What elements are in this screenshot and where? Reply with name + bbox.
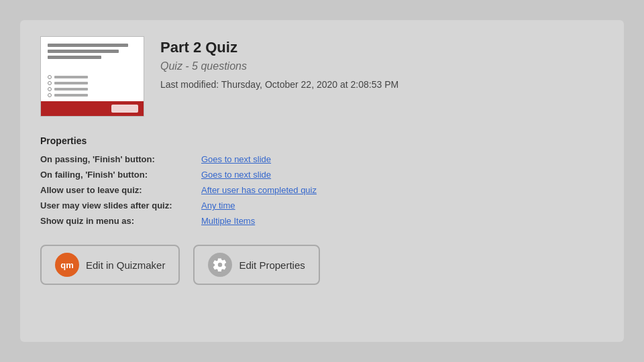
quizmaker-icon: qm bbox=[55, 253, 79, 277]
properties-section: Properties On passing, 'Finish' button:G… bbox=[40, 135, 604, 226]
property-label: Show quiz in menu as: bbox=[40, 216, 201, 226]
edit-properties-label: Edit Properties bbox=[239, 259, 305, 271]
property-value[interactable]: Multiple Items bbox=[201, 216, 604, 226]
property-label: On failing, 'Finish' button: bbox=[40, 170, 201, 180]
properties-table: On passing, 'Finish' button:Goes to next… bbox=[40, 154, 604, 226]
properties-heading: Properties bbox=[40, 135, 604, 146]
header-section: Part 2 Quiz Quiz - 5 questions Last modi… bbox=[40, 36, 604, 117]
edit-properties-button[interactable]: Edit Properties bbox=[193, 245, 319, 285]
buttons-section: qm Edit in Quizmaker Edit Properties bbox=[40, 245, 604, 285]
edit-quizmaker-label: Edit in Quizmaker bbox=[86, 259, 165, 271]
quiz-modified: Last modified: Thursday, October 22, 202… bbox=[160, 79, 398, 90]
property-value[interactable]: Goes to next slide bbox=[201, 154, 604, 164]
property-label: On passing, 'Finish' button: bbox=[40, 154, 201, 164]
property-value[interactable]: Goes to next slide bbox=[201, 170, 604, 180]
property-value[interactable]: After user has completed quiz bbox=[201, 185, 604, 195]
main-panel: Part 2 Quiz Quiz - 5 questions Last modi… bbox=[20, 20, 624, 342]
quiz-thumbnail bbox=[40, 36, 144, 117]
quiz-subtitle: Quiz - 5 questions bbox=[160, 60, 398, 72]
property-label: User may view slides after quiz: bbox=[40, 200, 201, 210]
header-info: Part 2 Quiz Quiz - 5 questions Last modi… bbox=[160, 36, 398, 90]
gear-icon bbox=[208, 253, 232, 277]
edit-quizmaker-button[interactable]: qm Edit in Quizmaker bbox=[40, 245, 180, 285]
quiz-title: Part 2 Quiz bbox=[160, 39, 398, 56]
property-label: Allow user to leave quiz: bbox=[40, 185, 201, 195]
property-value[interactable]: Any time bbox=[201, 200, 604, 210]
